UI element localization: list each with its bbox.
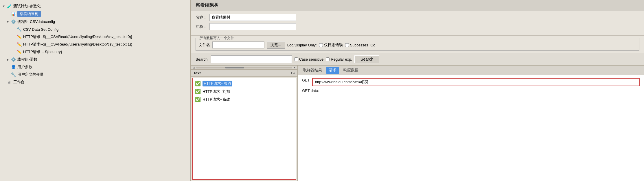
comment-row: 注释： [196, 23, 639, 30]
tree-label-http2: HTTP请求--${__CSVRead(/Users/liyaling/Desk… [23, 42, 132, 47]
result-item-liu-bang[interactable]: ✅ HTTP请求--刘邦 [193, 88, 296, 95]
comment-input[interactable] [209, 23, 296, 30]
scroll-indicator: ▲ ▼ [191, 66, 297, 70]
tree-item-http2[interactable]: ▶ ✏️ HTTP请求--${__CSVRead(/Users/liyaling… [0, 41, 190, 48]
file-name-label: 文件名 [199, 42, 210, 48]
expand-arrow-thread-csv: ▼ [6, 20, 10, 24]
get-url-row: GET http://www.baidu.com/?wd=项羽 [302, 78, 640, 86]
gear-icon-func: ⚙️ [10, 57, 16, 62]
wrench-icon-csv: 🔧 [16, 26, 22, 32]
log-errors-checkbox[interactable] [319, 43, 323, 47]
search-row: Search: Case sensitive Regular exp. Sear… [191, 53, 644, 66]
left-tree-panel: ▼ 🧪 测试计划-参数化 ▶ 📊 察看结果树 ▼ ⚙️ 线程组-CSVdatac… [0, 0, 191, 181]
tree-item-user-params[interactable]: ▶ 👤 用户参数 [0, 63, 190, 71]
file-name-input[interactable] [212, 41, 264, 48]
tree-item-view-result[interactable]: ▶ 📊 察看结果树 [0, 10, 190, 18]
panel-title-bar: 察看结果树 [191, 0, 644, 11]
text-column-label: Text [193, 71, 289, 75]
browse-button[interactable]: 浏览... [267, 41, 285, 49]
regular-exp-checkbox[interactable] [326, 57, 330, 61]
flask-icon: 🧪 [6, 3, 12, 9]
wrench-icon-vars: 🔧 [10, 72, 16, 77]
case-sensitive-label[interactable]: Case sensitive [294, 57, 324, 61]
tree-item-csv-config[interactable]: ▶ 🔧 CSV Data Set Config [0, 26, 190, 33]
log-display-label: Log/Display Only: [287, 43, 317, 47]
nav-up-arrow[interactable]: ▲ [192, 66, 196, 69]
name-label: 名称： [196, 15, 207, 20]
group-box-title: 所有数据写入一个文件 [198, 36, 235, 41]
tree-label-thread-csv: 线程组-CSVdataconfig [17, 19, 55, 24]
tree-label-user-vars: 用户定义的变量 [17, 72, 44, 77]
log-errors-label: 仅日志错误 [324, 42, 343, 48]
expand-arrow-func: ▶ [6, 57, 10, 61]
user-icon: 👤 [10, 64, 16, 70]
detail-content: GET http://www.baidu.com/?wd=项羽 GET data… [298, 75, 644, 181]
scroll-thumb [225, 67, 244, 68]
tab-sampler-result[interactable]: 取样器结果 [300, 67, 325, 74]
check-icon-3: ✅ [195, 97, 201, 102]
tree-item-user-vars[interactable]: ▶ 🔧 用户定义的变量 [0, 71, 190, 78]
nav-down-arrow[interactable]: ▼ [292, 66, 296, 69]
result-item-label-2: HTTP请求--刘邦 [203, 89, 230, 94]
result-list[interactable]: ✅ HTTP请求--项羽 ✅ HTTP请求--刘邦 ✅ HTTP请求--嬴政 [192, 78, 296, 180]
pencil-icon-3: ✏️ [16, 49, 22, 55]
tree-item-thread-csv[interactable]: ▼ ⚙️ 线程组-CSVdataconfig [0, 18, 190, 26]
monitor-icon: 🖥 [6, 79, 12, 85]
name-row: 名称： [196, 14, 639, 21]
tree-label-test-plan: 测试计划-参数化 [13, 3, 41, 9]
regular-exp-text: Regular exp. [331, 57, 352, 61]
pencil-icon-2: ✏️ [16, 41, 22, 47]
name-input[interactable] [209, 14, 296, 21]
tab-request[interactable]: 请求 [326, 67, 339, 74]
dropdown-arrow-icon[interactable]: ⬆⬇ [290, 71, 295, 75]
comment-label: 注释： [196, 24, 207, 29]
scroll-track [196, 67, 292, 68]
tree-label-http3: HTTP请求 -- ${country} [23, 49, 62, 55]
case-sensitive-checkbox[interactable] [294, 57, 298, 61]
tree-label-view-result: 察看结果树 [17, 11, 41, 17]
search-button[interactable]: Search [354, 55, 379, 63]
result-area: ▲ ▼ Text ⬆⬇ ✅ HTTP请求--项羽 ✅ [191, 66, 644, 181]
result-item-ying-zheng[interactable]: ✅ HTTP请求--嬴政 [193, 95, 296, 103]
tree-item-workbench[interactable]: ▶ 🖥 工作台 [0, 78, 190, 86]
case-sensitive-text: Case sensitive [299, 57, 324, 61]
form-section: 名称： 注释： [191, 11, 644, 36]
result-right-panel: 取样器结果 请求 响应数据 GET http://www.baidu.com/?… [298, 66, 644, 181]
check-icon-2: ✅ [195, 89, 201, 94]
group-box-content: 文件名 浏览... Log/Display Only: 仅日志错误 Succes… [199, 40, 636, 49]
tree-label-user-params: 用户参数 [17, 64, 32, 70]
get-url-box: http://www.baidu.com/?wd=项羽 [312, 78, 640, 86]
tree-item-http1[interactable]: ▶ ✏️ HTTP请求--${__CSVRead(/Users/liyaling… [0, 33, 190, 41]
tree-item-thread-func[interactable]: ▶ ⚙️ 线程组-函数 [0, 56, 190, 63]
log-errors-checkbox-label[interactable]: 仅日志错误 [319, 42, 343, 48]
co-label: Co [371, 43, 376, 47]
chart-icon: 📊 [10, 11, 16, 17]
tree-item-http3[interactable]: ▶ ✏️ HTTP请求 -- ${country} [0, 48, 190, 56]
successes-label: Successes [350, 43, 368, 47]
search-input[interactable] [211, 55, 292, 63]
search-label: Search: [196, 57, 209, 61]
tab-response-data[interactable]: 响应数据 [341, 67, 361, 74]
tree-item-test-plan[interactable]: ▼ 🧪 测试计划-参数化 [0, 2, 190, 10]
gear-icon-csv: ⚙️ [10, 19, 16, 25]
result-item-xiang-yu[interactable]: ✅ HTTP请求--项羽 [193, 79, 296, 88]
tree-label-http1: HTTP请求--${__CSVRead(/Users/liyaling/Desk… [23, 34, 132, 39]
tree-label-thread-func: 线程组-函数 [17, 57, 37, 62]
result-header: Text ⬆⬇ [191, 70, 297, 77]
panel-title: 察看结果树 [196, 3, 219, 8]
result-item-label-3: HTTP请求--嬴政 [203, 97, 230, 102]
successes-checkbox[interactable] [345, 43, 349, 47]
file-group-box: 所有数据写入一个文件 文件名 浏览... Log/Display Only: 仅… [196, 38, 639, 51]
get-method-label: GET [302, 78, 310, 82]
result-item-label-1: HTTP请求--项羽 [203, 81, 232, 86]
tree-label-csv-config: CSV Data Set Config [23, 27, 58, 32]
expand-arrow-test-plan: ▼ [2, 4, 6, 8]
pencil-icon-1: ✏️ [16, 34, 22, 40]
result-left-panel: ▲ ▼ Text ⬆⬇ ✅ HTTP请求--项羽 ✅ [191, 66, 298, 181]
regular-exp-label[interactable]: Regular exp. [326, 57, 352, 61]
get-data-label: GET data: [302, 88, 640, 93]
tree-label-workbench: 工作台 [13, 79, 25, 85]
detail-tabs: 取样器结果 请求 响应数据 [298, 66, 644, 75]
check-icon-1: ✅ [195, 81, 201, 86]
successes-checkbox-label[interactable]: Successes [345, 43, 368, 47]
